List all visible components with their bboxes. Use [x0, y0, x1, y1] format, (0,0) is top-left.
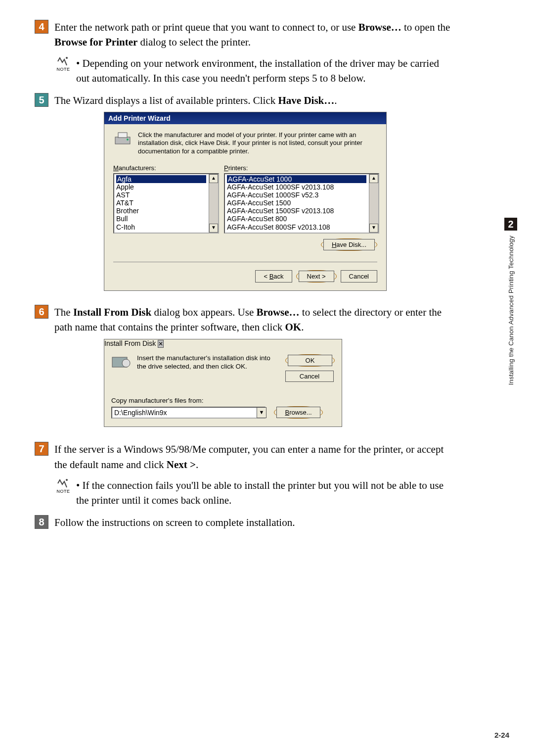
svg-rect-1 [115, 137, 130, 144]
step4-browse: Browse… [358, 21, 401, 33]
s6d: . [301, 321, 304, 333]
manuf-item-5[interactable]: Bull [116, 215, 206, 223]
note-1-text: • Depending on your network environment,… [76, 56, 455, 86]
scroll-down-arrow-icon[interactable]: ▼ [209, 224, 218, 233]
dropdown-arrow-icon[interactable]: ▼ [257, 407, 267, 418]
have-disk-highlight: Have Disk... [321, 238, 377, 251]
hd-rest: ave Disk... [336, 241, 366, 248]
hd-u: H [332, 241, 336, 248]
br-rest: rowse... [289, 409, 312, 416]
s7a: If the server is a Windows 95/98/Me comp… [54, 443, 444, 470]
install-disk-title: Install From Disk [104, 339, 156, 347]
step5-text-a: The Wizard displays a list of available … [54, 94, 278, 106]
scroll-down-arrow-icon[interactable]: ▼ [369, 224, 378, 233]
browse-highlight: Browse... [274, 406, 322, 419]
ok-highlight: OK [285, 354, 335, 367]
s6a: The [54, 306, 73, 318]
note-label-2: NOTE [54, 489, 72, 494]
step-number-5: 5 [35, 93, 48, 107]
wizard-titlebar: Add Printer Wizard [104, 112, 386, 124]
chapter-title-vertical: Installing the Canon Advanced Printing T… [507, 236, 515, 385]
printer-icon [113, 131, 132, 146]
printer-item-2[interactable]: AGFA-AccuSet 1000SF v52.3 [227, 191, 366, 199]
br-u: B [285, 409, 289, 416]
note-icon-2: NOTE [54, 478, 72, 494]
s7b: . [196, 459, 198, 471]
step-number-8: 8 [35, 515, 48, 529]
step5-hd: Have Disk… [278, 94, 334, 106]
manufacturers-scrollbar[interactable]: ▲ ▼ [209, 174, 218, 233]
copy-from-input[interactable]: D:\English\Win9x [111, 407, 266, 419]
back-b: ack [273, 273, 283, 280]
manuf-item-0[interactable]: Agfa [116, 175, 206, 183]
back-button[interactable]: < Back [255, 270, 292, 283]
step-5-text: The Wizard displays a list of available … [54, 93, 455, 108]
step-number-6: 6 [35, 305, 48, 319]
manuf-item-2[interactable]: AST [116, 191, 206, 199]
note2-body: If the connection fails you'll be able t… [76, 479, 444, 506]
wizard-title: Add Printer Wizard [108, 114, 171, 122]
step-7-text: If the server is a Windows 95/98/Me comp… [54, 442, 455, 472]
scroll-up-arrow-icon[interactable]: ▲ [369, 174, 378, 183]
wizard-instruction-text: Click the manufacturer and model of your… [138, 131, 377, 155]
install-from-disk-dialog: Install From Disk ✕ Insert the manufactu… [104, 339, 342, 427]
printer-item-5[interactable]: AGFA-AccuSet 800 [227, 215, 366, 223]
printers-rest: rinters: [228, 164, 248, 172]
manuf-item-6[interactable]: C-Itoh [116, 223, 206, 231]
install-disk-titlebar: Install From Disk ✕ [104, 339, 342, 347]
back-a: < [264, 273, 269, 280]
step-6-text: The Install From Disk dialog box appears… [54, 305, 455, 335]
copy-from-value: D:\English\Win9x [114, 409, 167, 417]
s6-ok: OK [285, 321, 302, 333]
manuf-item-3[interactable]: AT&T [116, 199, 206, 207]
step4-text-b: to open the [401, 21, 450, 33]
step4-text-a: Enter the network path or print queue th… [54, 21, 358, 33]
manufacturers-listbox[interactable]: Agfa Apple AST AT&T Brother Bull C-Itoh … [113, 173, 219, 234]
s6-browse: Browse… [257, 306, 300, 318]
printer-item-4[interactable]: AGFA-AccuSet 1500SF v2013.108 [227, 207, 366, 215]
printer-item-3[interactable]: AGFA-AccuSet 1500 [227, 199, 366, 207]
step-4-text: Enter the network path or print queue th… [54, 20, 455, 50]
note1-body: Depending on your network environment, t… [76, 57, 439, 84]
s6b: dialog box appears. Use [151, 306, 256, 318]
next-button[interactable]: Next > [299, 271, 334, 282]
step4-text-c: dialog to select the printer. [137, 36, 251, 48]
note-label: NOTE [54, 67, 72, 72]
svg-point-3 [127, 139, 129, 141]
cancel-button[interactable]: Cancel [341, 270, 377, 283]
note-2-text: • If the connection fails you'll be able… [76, 478, 455, 508]
step5-text-b: . [334, 94, 337, 106]
cancel-button-2[interactable]: Cancel [285, 371, 334, 382]
ok-button[interactable]: OK [288, 355, 332, 366]
right-sidebar: 2 Installing the Canon Advanced Printing… [504, 218, 517, 385]
printers-scrollbar[interactable]: ▲ ▼ [369, 174, 378, 233]
scroll-up-arrow-icon[interactable]: ▲ [209, 174, 218, 183]
page-number: 2-24 [494, 731, 509, 739]
printers-label: Printers: [224, 164, 379, 172]
browse-button[interactable]: Browse... [276, 407, 320, 418]
printers-u: P [224, 164, 228, 172]
have-disk-button[interactable]: Have Disk... [323, 239, 375, 250]
add-printer-wizard-dialog: Add Printer Wizard Click the manufacture… [104, 112, 387, 291]
install-disk-text: Insert the manufacturer's installation d… [137, 354, 279, 371]
close-icon[interactable]: ✕ [158, 340, 164, 348]
printer-item-1[interactable]: AGFA-AccuSet 1000SF v2013.108 [227, 183, 366, 191]
note-icon: NOTE [54, 56, 72, 72]
manuf-u: M [113, 164, 119, 172]
step4-bfp: Browse for Printer [54, 36, 137, 48]
next-highlight: Next > [296, 270, 337, 283]
svg-point-6 [66, 479, 68, 481]
step-number-7: 7 [35, 442, 48, 456]
printers-listbox[interactable]: AGFA-AccuSet 1000 AGFA-AccuSet 1000SF v2… [224, 173, 379, 234]
svg-point-5 [122, 359, 130, 367]
copy-from-label: Copy manufacturer's files from: [111, 397, 335, 404]
step-8-text: Follow the instructions on screen to com… [54, 515, 455, 530]
printer-item-6[interactable]: AGFA-AccuSet 800SF v2013.108 [227, 223, 366, 231]
svg-point-0 [66, 57, 68, 59]
manuf-item-4[interactable]: Brother [116, 207, 206, 215]
s7-next: Next > [167, 459, 196, 471]
manuf-rest: anufacturers: [119, 164, 156, 172]
manuf-item-1[interactable]: Apple [116, 183, 206, 191]
step-number-4: 4 [35, 20, 48, 34]
printer-item-0[interactable]: AGFA-AccuSet 1000 [227, 175, 366, 183]
